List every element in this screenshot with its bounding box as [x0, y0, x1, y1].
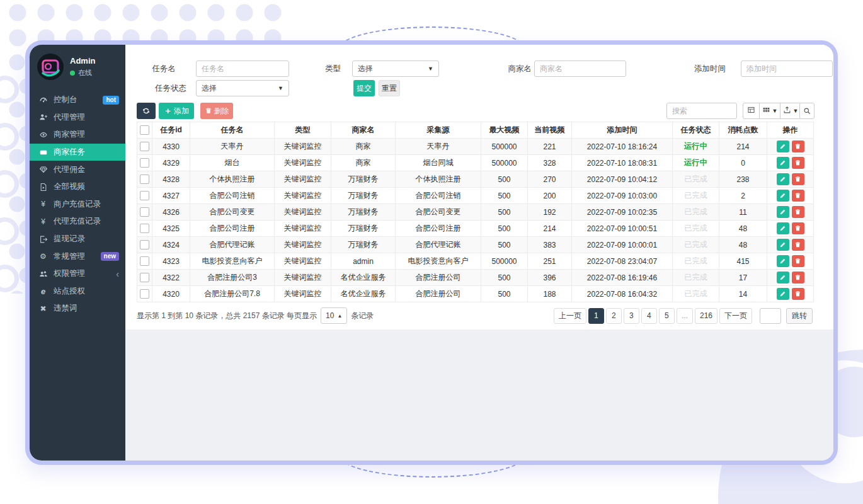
export-icon	[783, 106, 791, 116]
withdraw-icon	[38, 234, 48, 244]
status-text: 已完成	[685, 191, 707, 200]
table-view-controls: ▼ ▼	[743, 103, 801, 119]
delete-row-button[interactable]	[792, 140, 804, 152]
task-status-select[interactable]: 选择 ▼	[196, 80, 289, 96]
sidebar-item-general-management[interactable]: ⚙常规管理new	[30, 248, 125, 265]
row-checkbox[interactable]	[140, 142, 149, 151]
sidebar-item-label: 全部视频	[54, 181, 85, 192]
merchant-name-input[interactable]	[534, 60, 626, 77]
row-checkbox[interactable]	[140, 191, 149, 200]
edit-row-button[interactable]	[777, 239, 789, 251]
task-name-input[interactable]	[196, 60, 289, 77]
page-button-1[interactable]: 1	[588, 308, 604, 324]
table-row: 4329烟台关键词监控商家烟台同城5000003282022-07-10 18:…	[137, 155, 814, 171]
summary-suffix: 条记录	[351, 311, 374, 321]
sidebar-item-agent-recharge-records[interactable]: ¥代理充值记录	[30, 213, 125, 231]
cell-points: 48	[719, 237, 767, 253]
delete-row-button[interactable]	[792, 190, 804, 202]
cell-merchant: 万瑞财务	[331, 220, 396, 237]
row-checkbox[interactable]	[140, 224, 149, 233]
columns-icon	[762, 106, 770, 116]
sidebar-item-merchant-tasks[interactable]: 商家任务	[30, 144, 125, 161]
delete-button[interactable]: 删除	[200, 103, 233, 119]
submit-button[interactable]: 提交	[353, 80, 375, 96]
cell-points: 238	[719, 171, 767, 188]
select-all-checkbox[interactable]	[140, 125, 149, 135]
page-button-3[interactable]: 3	[624, 308, 639, 324]
paging-toggle-button[interactable]	[743, 103, 760, 119]
delete-row-button[interactable]	[792, 206, 804, 218]
columns-button[interactable]: ▼	[759, 103, 780, 119]
sidebar-item-site-authorization[interactable]: e站点授权	[30, 283, 125, 301]
cell-max: 500	[481, 270, 528, 286]
add-button[interactable]: ＋ 添加	[159, 103, 194, 119]
edit-row-button[interactable]	[777, 206, 789, 218]
sidebar-item-withdrawal-records[interactable]: 提现记录	[30, 231, 125, 248]
caret-down-icon: ▼	[428, 66, 433, 72]
delete-row-button[interactable]	[792, 173, 804, 185]
add-time-input[interactable]	[741, 60, 833, 77]
type-select[interactable]: 选择 ▼	[352, 60, 439, 77]
row-checkbox[interactable]	[140, 158, 149, 168]
search-button[interactable]	[799, 103, 814, 119]
sidebar-item-merchant-recharge-records[interactable]: ¥商户充值记录	[30, 196, 125, 214]
delete-row-button[interactable]	[792, 255, 804, 267]
row-checkbox[interactable]	[140, 256, 149, 266]
page-ellipsis: ...	[677, 308, 693, 324]
cell-checkbox	[137, 220, 152, 237]
edit-row-button[interactable]	[777, 288, 789, 300]
cell-current: 221	[528, 139, 572, 155]
cell-merchant: admin	[331, 253, 396, 270]
jump-page-input[interactable]	[760, 308, 781, 324]
delete-row-button[interactable]	[792, 288, 804, 300]
type-select-value: 选择	[358, 64, 373, 74]
edit-row-button[interactable]	[777, 190, 789, 202]
user-status: 在线	[70, 68, 95, 77]
row-checkbox[interactable]	[140, 289, 149, 299]
edit-row-button[interactable]	[777, 173, 789, 185]
row-checkbox[interactable]	[140, 240, 149, 249]
row-checkbox[interactable]	[140, 175, 149, 184]
caret-down-icon: ▼	[772, 108, 778, 114]
column-header-6: 当前视频	[528, 122, 572, 139]
jump-button[interactable]: 跳转	[786, 308, 813, 324]
user-panel[interactable]: Admin 在线	[30, 45, 125, 86]
edit-row-button[interactable]	[777, 272, 789, 284]
delete-row-button[interactable]	[792, 239, 804, 251]
sidebar-item-agent-commission[interactable]: 代理佣金	[30, 161, 125, 178]
export-button[interactable]: ▼	[780, 103, 801, 119]
sidebar-item-dashboard[interactable]: 控制台hot	[30, 91, 125, 109]
cell-added: 2022-07-09 10:00:01	[572, 237, 673, 253]
edit-row-button[interactable]	[777, 222, 789, 234]
delete-row-button[interactable]	[792, 157, 804, 169]
sidebar-item-all-videos[interactable]: 全部视频	[30, 178, 125, 196]
delete-row-button[interactable]	[792, 272, 804, 284]
page-button-5[interactable]: 5	[659, 308, 675, 324]
refresh-button[interactable]	[137, 103, 156, 119]
cell-source: 合肥公司变更	[396, 204, 481, 220]
prev-page-button[interactable]: 上一页	[554, 308, 586, 324]
reset-button[interactable]: 重置	[379, 80, 400, 96]
sidebar-item-permission-management[interactable]: 权限管理‹	[30, 265, 125, 283]
edit-row-button[interactable]	[777, 255, 789, 267]
page-size-select[interactable]: 10 ▲	[321, 307, 347, 324]
content-card: 任务名 类型 选择 ▼ 商家名 添加时间 任务状态 选择 ▼ 提交 重置	[125, 45, 833, 329]
page-button-4[interactable]: 4	[641, 308, 657, 324]
sidebar-item-merchant-management[interactable]: 商家管理	[30, 126, 125, 144]
sidebar-item-banned-words[interactable]: ✖违禁词	[30, 300, 125, 318]
status-text: 已完成	[685, 240, 707, 249]
sidebar-item-agent-management[interactable]: 代理管理	[30, 109, 125, 127]
edit-row-button[interactable]	[777, 157, 789, 169]
delete-row-button[interactable]	[792, 222, 804, 234]
table-search-input[interactable]	[666, 103, 737, 119]
cell-id: 4329	[152, 155, 190, 171]
sidebar-item-label: 商家管理	[54, 129, 85, 140]
cell-added: 2022-07-10 18:08:31	[572, 155, 673, 171]
edit-row-button[interactable]	[777, 140, 789, 152]
cell-id: 4322	[152, 270, 190, 286]
page-button-216[interactable]: 216	[695, 308, 717, 324]
row-checkbox[interactable]	[140, 207, 149, 217]
next-page-button[interactable]: 下一页	[719, 308, 752, 324]
page-button-2[interactable]: 2	[606, 308, 622, 324]
row-checkbox[interactable]	[140, 273, 149, 282]
